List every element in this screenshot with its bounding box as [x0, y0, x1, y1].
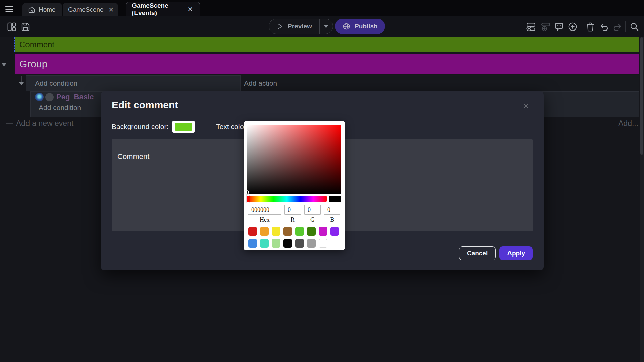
tree-line	[7, 66, 15, 66]
add-action-button[interactable]: Add action	[241, 75, 639, 91]
comment-bubble-icon	[554, 22, 564, 32]
blue-input[interactable]	[324, 205, 340, 215]
object-condition[interactable]: Peg_Basic	[35, 93, 94, 101]
trash-icon	[585, 22, 595, 32]
palette-swatch[interactable]	[272, 227, 280, 236]
publish-button[interactable]: Publish	[335, 19, 385, 34]
dialog-title: Edit comment	[112, 99, 178, 111]
behavior-icon	[35, 93, 43, 101]
add-event-button[interactable]	[526, 22, 536, 32]
palette-swatch[interactable]	[330, 227, 339, 236]
group-event-text: Group	[19, 58, 47, 70]
play-icon	[276, 22, 284, 31]
palette-swatch[interactable]	[295, 239, 304, 248]
collapse-arrow-icon[interactable]	[2, 63, 6, 69]
home-icon	[28, 6, 35, 13]
red-input[interactable]	[284, 205, 301, 215]
cancel-button[interactable]: Cancel	[459, 246, 496, 260]
collapse-arrow-icon[interactable]	[19, 82, 24, 88]
palette-row	[248, 227, 339, 236]
undo-icon	[599, 22, 609, 32]
tab-bar: Home GameScene ✕ GameScene (Events) ✕	[0, 0, 644, 16]
object-condition-text: Peg_Basic	[56, 93, 94, 101]
dialog-actions: Cancel Apply	[459, 246, 533, 260]
add-subevent-icon	[541, 22, 551, 32]
hue-slider-handle[interactable]	[247, 195, 249, 203]
add-new-event-button[interactable]: Add a new event	[16, 119, 73, 128]
add-more-button[interactable]: Add...	[618, 119, 638, 128]
tab-gamescene-events[interactable]: GameScene (Events) ✕	[126, 2, 200, 16]
save-button[interactable]	[20, 22, 31, 32]
chevron-down-icon	[324, 25, 328, 31]
background-color-label: Background color:	[112, 123, 168, 131]
close-tab-icon[interactable]: ✕	[107, 6, 115, 14]
palette-swatch[interactable]	[319, 239, 327, 248]
tree-line	[6, 44, 6, 123]
red-label: R	[284, 216, 301, 223]
preview-options-button[interactable]	[319, 19, 333, 34]
palette-swatch[interactable]	[319, 227, 327, 236]
close-tab-icon[interactable]: ✕	[186, 5, 194, 13]
tab-home[interactable]: Home	[22, 3, 62, 16]
group-event[interactable]: Group	[15, 54, 639, 74]
publish-label: Publish	[355, 23, 378, 30]
close-dialog-button[interactable]	[521, 101, 531, 111]
globe-icon	[342, 22, 351, 31]
preview-button[interactable]: Preview	[269, 19, 319, 34]
hamburger-icon	[5, 6, 13, 7]
green-label: G	[304, 216, 321, 223]
blue-label: B	[324, 216, 340, 223]
toolbar: Preview Publish	[0, 16, 644, 37]
add-condition-button[interactable]: Add condition	[39, 104, 81, 112]
palette-swatch[interactable]	[283, 227, 292, 236]
add-subevent-button[interactable]	[541, 22, 551, 32]
events-scrollbar[interactable]	[640, 37, 644, 362]
hex-label: Hex	[248, 216, 281, 223]
apply-button[interactable]: Apply	[499, 246, 533, 260]
redo-icon	[612, 22, 623, 32]
palette-swatch[interactable]	[283, 239, 292, 248]
toggle-panels-button[interactable]	[7, 22, 17, 32]
tab-gamescene[interactable]: GameScene ✕	[63, 3, 118, 16]
palette-swatch[interactable]	[248, 227, 257, 236]
tree-line	[26, 89, 26, 101]
delete-button[interactable]	[585, 22, 595, 32]
green-input[interactable]	[304, 205, 321, 215]
background-color-value	[175, 123, 192, 131]
tab-label: GameScene	[68, 6, 104, 13]
plus-circle-icon	[568, 22, 578, 32]
palette-swatch[interactable]	[307, 227, 316, 236]
add-comment-button[interactable]	[554, 22, 564, 32]
saturation-marker[interactable]	[245, 190, 249, 194]
hue-slider[interactable]	[247, 196, 327, 202]
preview-split-button: Preview	[269, 19, 333, 34]
tree-line	[6, 123, 13, 124]
search-icon	[629, 22, 639, 32]
hex-input[interactable]	[248, 205, 281, 215]
palette-swatch[interactable]	[260, 227, 269, 236]
add-condition-button[interactable]: Add condition	[26, 75, 241, 91]
undo-button[interactable]	[599, 22, 609, 32]
palette-swatch[interactable]	[272, 239, 280, 248]
search-button[interactable]	[629, 22, 639, 32]
comment-event-text: Comment	[19, 40, 54, 49]
saturation-area[interactable]	[247, 125, 341, 194]
add-circle-button[interactable]	[568, 22, 578, 32]
palette-row	[248, 239, 327, 248]
main-menu-button[interactable]	[3, 2, 15, 14]
save-icon	[20, 22, 31, 32]
palette-swatch[interactable]	[248, 239, 257, 248]
palette-swatch[interactable]	[295, 227, 304, 236]
redo-button[interactable]	[612, 22, 623, 32]
color-picker-popover: Hex R G B	[244, 121, 345, 250]
palette-swatch[interactable]	[260, 239, 269, 248]
current-color-preview	[329, 196, 341, 202]
comment-event[interactable]: Comment	[15, 37, 639, 52]
scrollbar-thumb[interactable]	[640, 37, 643, 155]
tree-line	[6, 44, 12, 44]
toolbar-divider	[625, 21, 626, 32]
palette-swatch[interactable]	[307, 239, 316, 248]
gdevelop-app: Home GameScene ✕ GameScene (Events) ✕ Pr…	[0, 0, 644, 362]
background-color-swatch[interactable]	[172, 121, 195, 133]
close-icon	[523, 101, 529, 110]
